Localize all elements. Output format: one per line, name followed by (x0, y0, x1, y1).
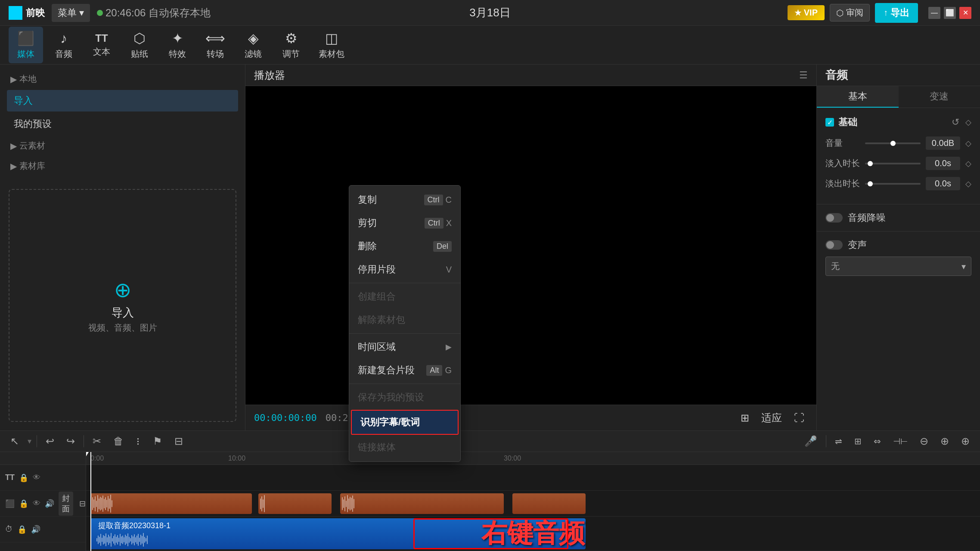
toolbar-media[interactable]: ⬛ 媒体 (9, 27, 43, 63)
menu-delete[interactable]: 删除 Del (349, 235, 460, 258)
video-clip-4[interactable] (512, 493, 586, 514)
align-button[interactable]: ⊣⊢ (890, 433, 911, 449)
toolbar-sticker[interactable]: ⬡ 贴纸 (122, 27, 157, 63)
magnet-button[interactable]: ⇌ (831, 433, 846, 449)
track-label-text: TT 🔒 👁 (0, 465, 86, 491)
toolbar-package[interactable]: ◫ 素材包 (312, 27, 351, 63)
voice-label: 变声 (848, 238, 971, 251)
select-tool-button[interactable]: ↖ (7, 433, 22, 450)
export-button[interactable]: ↑ 导出 (875, 3, 918, 23)
track-video-extra-icon: ⊟ (79, 499, 86, 508)
filter-icon: ◈ (248, 30, 259, 46)
volume-value: 0.0dB (926, 136, 960, 150)
track-visible-icon[interactable]: 👁 (33, 473, 40, 482)
nav-preset[interactable]: 我的预设 (7, 113, 238, 135)
import-main-text: 导入 (112, 305, 134, 320)
transition-label: 转场 (207, 48, 224, 60)
menu-time-region[interactable]: 时间区域 ▶ (349, 335, 460, 359)
package-label: 素材包 (319, 48, 344, 60)
fadeout-slider[interactable] (865, 183, 921, 185)
copy-shortcut: Ctrl C (424, 195, 452, 205)
track-audio-vol-icon[interactable]: 🔊 (31, 525, 40, 534)
video-clip-2[interactable] (258, 493, 332, 514)
media-label: 媒体 (17, 48, 34, 60)
tab-basic[interactable]: 基本 (817, 86, 899, 108)
split-button[interactable]: ⫶ (132, 433, 144, 450)
fadein-diamond: ◇ (965, 159, 971, 168)
toolbar-adjust[interactable]: ⚙ 调节 (274, 27, 308, 63)
close-button[interactable]: ✕ (959, 7, 971, 19)
voice-select-arrow: ▾ (961, 261, 966, 272)
fit-button[interactable]: 适应 (758, 409, 785, 427)
menu-cut[interactable]: 剪切 Ctrl X (349, 211, 460, 235)
date-display: 3月18日 (469, 5, 510, 20)
app-name: 前映 (26, 6, 45, 19)
effect-label: 特效 (169, 48, 186, 60)
toolbar-text[interactable]: TT 文本 (84, 29, 119, 61)
toolbar-transition[interactable]: ⟺ 转场 (198, 27, 233, 63)
track-video-visible-icon[interactable]: 👁 (33, 499, 40, 508)
audio-clip-main[interactable]: 提取音频20230318-1 (90, 518, 586, 549)
cut-tool-button[interactable]: ✂ (89, 433, 105, 450)
voice-toggle[interactable] (825, 240, 843, 250)
split2-button[interactable]: ⇔ (870, 433, 884, 449)
review-button[interactable]: ⬡ 审阅 (830, 4, 870, 22)
adjust-label: 调节 (282, 48, 300, 60)
nav-import[interactable]: 导入 (7, 90, 238, 111)
fit-zoom-button[interactable]: ⊕ (958, 433, 973, 450)
main-layout: ▶ 本地 导入 我的预设 ▶ 云素材 ▶ 素材库 ⊕ 导入 视频、音频、图片 (0, 65, 980, 430)
video-clip-1[interactable] (90, 493, 252, 514)
local-section[interactable]: ▶ 本地 (7, 70, 238, 88)
track-labels: TT 🔒 👁 ⬛ 🔒 👁 🔊 封面 ⊟ ⏱ 🔒 🔊 (0, 452, 86, 551)
filter-label: 滤镜 (245, 48, 262, 60)
menu-button[interactable]: 菜单 ▾ (52, 4, 90, 22)
import-area[interactable]: ⊕ 导入 视频、音频、图片 (9, 189, 236, 422)
link-button[interactable]: ⊞ (851, 433, 865, 449)
minimize-button[interactable]: — (928, 7, 940, 19)
volume-slider[interactable] (865, 142, 921, 144)
video-clip-3[interactable] (340, 493, 504, 514)
vip-button[interactable]: ★ VIP (788, 5, 825, 20)
basic-checkbox[interactable]: ✓ (825, 118, 834, 127)
fadein-slider[interactable] (865, 163, 921, 164)
grid-view-button[interactable]: ⊞ (737, 410, 753, 426)
menu-copy[interactable]: 复制 Ctrl C (349, 188, 460, 211)
zoom-out-button[interactable]: ⊖ (916, 433, 932, 450)
sticker-label: 贴纸 (131, 48, 148, 60)
cloud-section[interactable]: ▶ 云素材 (7, 136, 238, 155)
menu-new-compound[interactable]: 新建复合片段 Alt G (349, 359, 460, 382)
menu-recognize[interactable]: 识别字幕/歌词 (351, 410, 459, 435)
toolbar-filter[interactable]: ◈ 滤镜 (236, 27, 270, 63)
toolbar-effect[interactable]: ✦ 特效 (160, 27, 195, 63)
track-audio-time-icon: ⏱ (5, 525, 13, 534)
video-waveform-3 (340, 498, 504, 510)
playhead[interactable] (90, 452, 91, 551)
cut-shortcut: Ctrl X (425, 218, 452, 229)
track-video-audio-icon[interactable]: 🔊 (45, 499, 54, 508)
track-row-audio: 提取音频20230318-1 (86, 517, 980, 551)
flag-button[interactable]: ⚑ (149, 433, 166, 450)
library-section[interactable]: ▶ 素材库 (7, 157, 238, 175)
voice-select[interactable]: 无 ▾ (825, 257, 971, 276)
tab-speed[interactable]: 变速 (899, 86, 980, 108)
noise-toggle[interactable] (825, 213, 843, 223)
transition-icon: ⟺ (205, 30, 225, 46)
restore-button[interactable]: ⬜ (944, 7, 956, 19)
fullscreen-button[interactable]: ⛶ (791, 410, 808, 426)
toolbar-audio[interactable]: ♪ 音频 (47, 27, 81, 63)
mic-button[interactable]: 🎤 (801, 433, 821, 450)
package-icon: ◫ (325, 30, 338, 46)
redo-button[interactable]: ↪ (63, 433, 78, 450)
track-lock-icon[interactable]: 🔒 (19, 473, 28, 483)
reset-button[interactable]: ↺ (950, 115, 961, 130)
zoom-in-button[interactable]: ⊕ (937, 433, 952, 450)
trim-button[interactable]: ⊟ (171, 433, 186, 450)
undo-button[interactable]: ↩ (42, 433, 58, 450)
track-audio-lock-icon[interactable]: 🔒 (17, 525, 27, 534)
volume-label: 音量 (825, 137, 860, 149)
menu-disable[interactable]: 停用片段 V (349, 258, 460, 281)
delete-button[interactable]: 🗑 (110, 433, 127, 450)
track-video-lock-icon[interactable]: 🔒 (19, 499, 28, 508)
fadein-value: 0.0s (926, 157, 960, 170)
timeline-section: ↖ ▾ ↩ ↪ ✂ 🗑 ⫶ ⚑ ⊟ 🎤 ⇌ ⊞ ⇔ ⊣⊢ ⊖ ⊕ ⊕ TT (0, 430, 980, 551)
